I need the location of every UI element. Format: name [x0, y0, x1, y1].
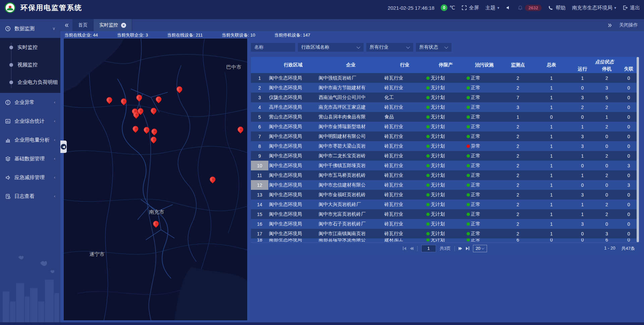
cell-lost: 0: [619, 105, 639, 110]
cell-plan: 无计划: [426, 104, 466, 110]
sidebar-item-label: 企业综合统计: [14, 118, 45, 124]
next-page-button[interactable]: [459, 247, 462, 250]
logout-button[interactable]: 退出: [623, 5, 640, 11]
cell-industry: 砖瓦行业: [384, 231, 426, 237]
cell-industry: 砖瓦行业: [384, 124, 426, 130]
sidebar-item-2[interactable]: 企业异常‹: [0, 93, 60, 112]
table-row[interactable]: 7阆中生态环境局阆中明阳建材有限公司砖瓦行业无计划正常21300: [251, 131, 639, 141]
sidebar-item-1[interactable]: 数据监测∨: [0, 19, 60, 38]
industry-select[interactable]: 所有行业: [366, 43, 413, 52]
cell-region: 阆中生态环境局: [268, 231, 318, 237]
cell-region: 高坪生态环境局: [268, 104, 318, 110]
cell-lost: 0: [619, 212, 639, 217]
cell-company: 阆中强锐页岩砖厂: [318, 75, 384, 81]
table-scrollbar[interactable]: [637, 57, 639, 242]
chevron-down-icon: [482, 247, 484, 249]
submenu-item-label: 实时监控: [17, 44, 38, 51]
cell-run: 1: [570, 75, 595, 81]
table-row[interactable]: 8阆中生态环境局阆中市枣碧大梁山页岩砖瓦行业无计划异常21300: [251, 141, 639, 151]
sidebar-item-7[interactable]: 日志查看‹: [0, 187, 60, 206]
table-row[interactable]: 13阆中生态环境局阆中市金福旺页岩机砖砖瓦行业无计划正常21300: [251, 190, 639, 200]
sidebar-item-4[interactable]: 企业用电量分析‹: [0, 130, 60, 149]
cell-plan: 无计划: [426, 124, 466, 130]
cell-facility: 正常: [466, 114, 503, 120]
sidebar-item-6[interactable]: 应急减排管理‹: [0, 168, 60, 187]
logout-icon: [623, 5, 628, 10]
cell-company: 南充市高坪区王家店建: [318, 104, 384, 110]
last-page-button[interactable]: [466, 247, 469, 250]
table-row[interactable]: 10阆中生态环境局阆中千佛镇五郎垭页岩砖瓦行业无计划正常21003: [251, 161, 639, 170]
cell-industry: 化工: [384, 95, 426, 101]
temperature-widget: 0 ℃: [441, 4, 455, 11]
tab-实时监控[interactable]: 实时监控×: [94, 19, 132, 31]
cell-run: 0: [570, 238, 595, 242]
cell-lost: 0: [619, 124, 639, 129]
table-row[interactable]: 17阆中生态环境局阆中市江南镇阆南页岩砖瓦行业无计划正常21030: [251, 229, 639, 238]
region-select[interactable]: 行政区域名称: [298, 43, 364, 52]
prev-page-button[interactable]: [410, 247, 414, 250]
table-row[interactable]: 5营山生态环境局营山县润丰肉食品有限食品无计划正常10010: [251, 112, 639, 122]
chevron-down-icon: ▾: [497, 6, 499, 10]
status-dot-green: [467, 86, 470, 90]
cell-down: 1: [595, 114, 619, 120]
table-row[interactable]: 12阆中生态环境局阆中市忠信建材有限公砖瓦行业无计划正常21003: [251, 180, 639, 190]
table-row[interactable]: 2阆中生态环境局阆中市南方节能建材有砖瓦行业无计划正常21030: [251, 83, 639, 93]
sidebar-item-5[interactable]: 基础数据管理‹: [0, 149, 60, 168]
table-row[interactable]: 14阆中生态环境局阆中大兴页岩机砖厂砖瓦行业无计划正常21120: [251, 200, 639, 209]
table-row[interactable]: 16阆中生态环境局阆中市石子页岩机砖厂砖瓦行业无计划正常21300: [251, 219, 639, 229]
map-panel[interactable]: 巴中市南充市遂宁市: [64, 39, 247, 320]
cell-down: 3: [595, 85, 619, 91]
sidebar-subitem-视频监控[interactable]: 视频监控: [0, 56, 60, 73]
stats-bar: 当前在线企业: 44当前失联企业: 3当前在线设备: 211当前失联设备: 10…: [64, 32, 310, 39]
stat-1: 当前在线企业: 44: [64, 32, 98, 38]
chevron-left-icon: ◀: [61, 144, 66, 150]
sidebar-item-label: 数据监测: [14, 25, 35, 32]
status-dot-green: [467, 232, 470, 235]
cell-meters: 1: [533, 105, 570, 110]
cell-company: 阆中市枣碧大梁山页岩: [318, 143, 384, 149]
first-page-button[interactable]: [403, 247, 406, 250]
table-row[interactable]: 11阆中生态环境局阆中市五马桥页岩机砖砖瓦行业无计划正常21120: [251, 170, 639, 180]
mute-button[interactable]: [506, 5, 511, 10]
cell-facility: 正常: [466, 202, 503, 208]
tabs-scroll-right-button[interactable]: [607, 23, 612, 28]
page-number-input[interactable]: [421, 245, 436, 252]
table-row[interactable]: 15阆中生态环境局阆中市光富页岩机砖厂砖瓦行业无计划正常21120: [251, 209, 639, 219]
cell-plan: 无计划: [426, 75, 466, 81]
close-operations-button[interactable]: 关闭操作: [619, 22, 638, 28]
table-row[interactable]: 3仪陇生态环境局西南油气田分公司川中化工无计划正常71350: [251, 93, 639, 102]
theme-dropdown[interactable]: 主题 ▾: [485, 5, 499, 11]
table-row[interactable]: 4高坪生态环境局南充市高坪区王家店建砖瓦行业无计划正常31220: [251, 102, 639, 112]
tab-close-icon[interactable]: ×: [121, 23, 126, 28]
help-button[interactable]: 帮助: [548, 5, 566, 11]
sidebar-collapse-handle[interactable]: ◀: [60, 141, 67, 153]
tabs-scroll-left-button[interactable]: [60, 19, 72, 31]
tab-首页[interactable]: 首页: [72, 19, 94, 31]
cell-facility: 正常: [466, 75, 503, 81]
page-size-select[interactable]: 20: [473, 245, 487, 252]
table-row[interactable]: 9阆中生态环境局阆中市二龙长宝页岩砖砖瓦行业无计划正常21120: [251, 151, 639, 161]
cell-facility: 正常: [466, 211, 503, 217]
table-row[interactable]: 1阆中生态环境局阆中强锐页岩砖厂砖瓦行业无计划正常21120: [251, 73, 639, 83]
cell-lost: 3: [619, 163, 639, 168]
fullscreen-button[interactable]: 全屏: [462, 5, 479, 11]
sidebar-item-3[interactable]: 企业综合统计‹: [0, 112, 60, 130]
sidebar-subitem-实时监控[interactable]: 实时监控: [0, 39, 60, 56]
cell-company: 南部县瑞华水泥有限公: [318, 238, 384, 242]
table-row[interactable]: 18南部生态环境局南部县瑞华水泥有限公建材加工无计划正常60060: [251, 238, 639, 242]
cell-run: 0: [570, 163, 595, 168]
sidebar-item-label: 应急减排管理: [14, 174, 45, 181]
cell-down: 0: [595, 221, 619, 227]
org-dropdown[interactable]: 南充市生态环境局 ▾: [572, 5, 616, 11]
sidebar-subitem-企业电力负荷明细[interactable]: 企业电力负荷明细: [0, 73, 60, 91]
status-select[interactable]: 所有状态: [416, 43, 451, 52]
map-city-label-南充市: 南充市: [149, 209, 164, 215]
cell-company: 阆中市二龙长宝页岩砖: [318, 153, 384, 159]
table-row[interactable]: 6阆中生态环境局阆中市金博瑞新型墙材砖瓦行业无计划正常21120: [251, 122, 639, 131]
name-search-input[interactable]: 名称: [251, 43, 295, 52]
cell-industry: 砖瓦行业: [384, 172, 426, 178]
chevrons-right-icon: [607, 23, 612, 28]
cell-points: 2: [503, 124, 533, 129]
cell-meters: 0: [533, 238, 570, 242]
notifications-button[interactable]: 2632: [518, 5, 542, 11]
